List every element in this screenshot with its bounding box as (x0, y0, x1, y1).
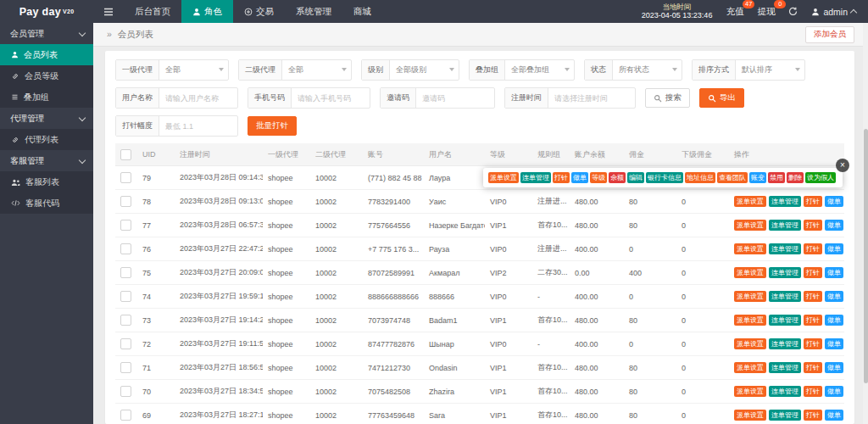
action-button-做单[interactable]: 做单 (825, 362, 843, 373)
popup-action-button-做单[interactable]: 做单 (571, 172, 588, 183)
row-checkbox[interactable] (120, 386, 131, 397)
add-member-button[interactable]: 添加会员 (805, 26, 854, 43)
sidebar-item-叠加组[interactable]: 叠加组 (0, 86, 93, 108)
action-button-做单[interactable]: 做单 (825, 243, 843, 254)
action-button-派单设置[interactable]: 派单设置 (734, 267, 766, 278)
action-button-派单设置[interactable]: 派单设置 (734, 362, 766, 373)
row-checkbox[interactable] (120, 291, 131, 302)
nav-item-4[interactable]: 系统管理 (285, 0, 342, 23)
action-button-打针[interactable]: 打针 (804, 338, 822, 349)
popup-action-button-等级[interactable]: 等级 (590, 172, 607, 183)
popup-action-button-账变[interactable]: 账变 (749, 172, 766, 183)
action-button-做单[interactable]: 做单 (825, 386, 843, 397)
action-button-连单管理[interactable]: 连单管理 (769, 410, 801, 421)
action-button-打针[interactable]: 打针 (804, 267, 822, 278)
filter-select-value[interactable]: 全部 (282, 60, 351, 80)
action-button-打针[interactable]: 打针 (804, 243, 822, 254)
sidebar-group-3[interactable]: 客服管理 (0, 150, 93, 171)
action-button-连单管理[interactable]: 连单管理 (769, 315, 801, 326)
action-button-打针[interactable]: 打针 (804, 362, 822, 373)
row-checkbox[interactable] (120, 243, 131, 254)
action-button-打针[interactable]: 打针 (804, 196, 822, 207)
filter-input-field[interactable] (416, 88, 494, 108)
sidebar-group-2[interactable]: 代理管理 (0, 108, 93, 129)
action-button-连单管理[interactable]: 连单管理 (769, 196, 801, 207)
row-checkbox[interactable] (120, 362, 131, 373)
action-button-派单设置[interactable]: 派单设置 (734, 315, 766, 326)
action-button-派单设置[interactable]: 派单设置 (734, 291, 766, 302)
action-button-做单[interactable]: 做单 (825, 220, 843, 231)
action-button-打针[interactable]: 打针 (804, 386, 822, 397)
nav-item-1[interactable]: 后台首页 (124, 0, 181, 23)
sidebar-item-客服列表[interactable]: 客服列表 (0, 171, 93, 192)
action-button-连单管理[interactable]: 连单管理 (769, 386, 801, 397)
action-button-打针[interactable]: 打针 (804, 220, 822, 231)
action-button-派单设置[interactable]: 派单设置 (734, 386, 766, 397)
row-checkbox[interactable] (120, 267, 131, 278)
action-button-做单[interactable]: 做单 (825, 291, 843, 302)
action-button-连单管理[interactable]: 连单管理 (769, 220, 801, 231)
popup-action-button-派单设置[interactable]: 派单设置 (488, 172, 519, 183)
action-button-打针[interactable]: 打针 (804, 315, 822, 326)
close-icon[interactable]: × (836, 159, 849, 172)
popup-action-button-打针[interactable]: 打针 (553, 172, 570, 183)
popup-action-button-禁用[interactable]: 禁用 (768, 172, 785, 183)
row-checkbox[interactable] (120, 410, 131, 421)
row-checkbox[interactable] (120, 315, 131, 326)
action-button-做单[interactable]: 做单 (825, 410, 843, 421)
recharge-link[interactable]: 充值 47 (726, 6, 743, 18)
action-button-连单管理[interactable]: 连单管理 (769, 338, 801, 349)
user-menu[interactable]: admin (811, 7, 856, 17)
action-button-做单[interactable]: 做单 (825, 196, 843, 207)
action-button-派单设置[interactable]: 派单设置 (734, 338, 766, 349)
action-button-做单[interactable]: 做单 (825, 267, 843, 278)
action-button-派单设置[interactable]: 派单设置 (734, 196, 766, 207)
select-all-checkbox[interactable] (120, 149, 131, 160)
sidebar-group-1[interactable]: 会员管理 (0, 23, 93, 44)
filter-select-value[interactable]: 全部叠加组 (505, 60, 574, 80)
nav-item-5[interactable]: 商城 (342, 0, 382, 23)
action-button-连单管理[interactable]: 连单管理 (769, 291, 801, 302)
popup-action-button-编辑[interactable]: 编辑 (627, 172, 644, 183)
action-button-打针[interactable]: 打针 (804, 291, 822, 302)
withdraw-link[interactable]: 提现 0 (757, 6, 775, 18)
scrollbar-thumb[interactable] (864, 129, 868, 383)
row-checkbox[interactable] (120, 172, 131, 183)
inject-range-input[interactable] (159, 116, 237, 136)
batch-inject-button[interactable]: 批量打针 (248, 116, 297, 136)
nav-item-3[interactable]: 交易 (233, 0, 285, 23)
popup-action-button-地址信息[interactable]: 地址信息 (685, 172, 715, 183)
action-button-派单设置[interactable]: 派单设置 (734, 410, 766, 421)
row-checkbox[interactable] (120, 220, 131, 231)
search-button[interactable]: 搜索 (645, 88, 690, 108)
action-button-派单设置[interactable]: 派单设置 (734, 243, 766, 254)
action-button-连单管理[interactable]: 连单管理 (769, 267, 801, 278)
filter-input-field[interactable] (548, 88, 635, 108)
export-button[interactable]: 导出 (699, 88, 744, 108)
row-checkbox[interactable] (120, 196, 131, 207)
action-button-做单[interactable]: 做单 (825, 338, 843, 349)
row-checkbox[interactable] (120, 338, 131, 349)
action-button-派单设置[interactable]: 派单设置 (734, 220, 766, 231)
sidebar-item-会员等级[interactable]: 会员等级 (0, 65, 93, 86)
action-button-连单管理[interactable]: 连单管理 (769, 243, 801, 254)
sidebar-item-代理列表[interactable]: 代理列表 (0, 129, 93, 150)
sidebar-item-会员列表[interactable]: 会员列表 (0, 44, 93, 65)
filter-select-value[interactable]: 所有状态 (613, 60, 682, 80)
popup-action-button-银行卡信息[interactable]: 银行卡信息 (646, 172, 683, 183)
refresh-icon[interactable] (788, 7, 798, 16)
action-button-做单[interactable]: 做单 (825, 315, 843, 326)
popup-action-button-删除[interactable]: 删除 (787, 172, 804, 183)
action-button-连单管理[interactable]: 连单管理 (769, 362, 801, 373)
action-button-打针[interactable]: 打针 (804, 410, 822, 421)
filter-select-value[interactable]: 默认排序 (736, 60, 804, 80)
filter-input-field[interactable] (159, 88, 237, 108)
filter-select-value[interactable]: 全部 (159, 60, 228, 80)
popup-action-button-余额[interactable]: 余额 (609, 172, 626, 183)
hamburger-menu-icon[interactable] (93, 0, 124, 23)
nav-item-2[interactable]: 角色 (181, 0, 233, 23)
popup-action-button-连单管理[interactable]: 连单管理 (520, 172, 551, 183)
popup-action-button-设为假人[interactable]: 设为假人 (805, 172, 836, 183)
popup-action-button-查看团队[interactable]: 查看团队 (717, 172, 748, 183)
sidebar-item-客服代码[interactable]: 客服代码 (0, 192, 93, 214)
